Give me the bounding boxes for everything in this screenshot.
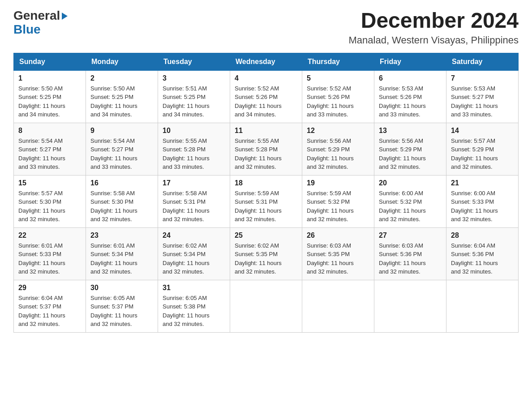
day-number: 1 xyxy=(18,74,81,82)
main-title: December 2024 xyxy=(349,9,519,33)
day-info: Sunrise: 6:02 AMSunset: 5:34 PMDaylight:… xyxy=(163,241,225,276)
table-row: 13Sunrise: 5:56 AMSunset: 5:29 PMDayligh… xyxy=(374,123,446,175)
day-number: 19 xyxy=(307,179,369,187)
day-info: Sunrise: 5:52 AMSunset: 5:26 PMDaylight:… xyxy=(235,84,297,119)
table-row: 2Sunrise: 5:50 AMSunset: 5:25 PMDaylight… xyxy=(86,70,158,123)
day-info: Sunrise: 6:05 AMSunset: 5:38 PMDaylight:… xyxy=(163,294,225,329)
day-info: Sunrise: 5:58 AMSunset: 5:30 PMDaylight:… xyxy=(90,189,153,224)
table-row: 12Sunrise: 5:56 AMSunset: 5:29 PMDayligh… xyxy=(302,123,374,175)
logo-general: General xyxy=(13,9,68,23)
calendar-week-row: 15Sunrise: 5:57 AMSunset: 5:30 PMDayligh… xyxy=(14,175,519,227)
day-number: 14 xyxy=(451,127,514,135)
calendar-header-row: Sunday Monday Tuesday Wednesday Thursday… xyxy=(14,53,519,70)
day-info: Sunrise: 6:05 AMSunset: 5:37 PMDaylight:… xyxy=(90,294,153,329)
calendar-week-row: 1Sunrise: 5:50 AMSunset: 5:25 PMDaylight… xyxy=(14,70,519,123)
day-number: 20 xyxy=(379,179,442,187)
day-info: Sunrise: 5:54 AMSunset: 5:27 PMDaylight:… xyxy=(18,137,81,171)
day-number: 16 xyxy=(90,179,153,187)
table-row xyxy=(230,280,302,332)
day-number: 8 xyxy=(18,127,81,135)
day-info: Sunrise: 6:00 AMSunset: 5:32 PMDaylight:… xyxy=(379,189,442,224)
table-row: 20Sunrise: 6:00 AMSunset: 5:32 PMDayligh… xyxy=(374,175,446,227)
day-number: 18 xyxy=(235,179,297,187)
table-row: 23Sunrise: 6:01 AMSunset: 5:34 PMDayligh… xyxy=(86,227,158,280)
calendar-table: Sunday Monday Tuesday Wednesday Thursday… xyxy=(13,53,519,333)
day-number: 9 xyxy=(90,127,153,135)
day-info: Sunrise: 5:50 AMSunset: 5:25 PMDaylight:… xyxy=(18,84,81,119)
header-saturday: Saturday xyxy=(446,53,519,70)
table-row: 22Sunrise: 6:01 AMSunset: 5:33 PMDayligh… xyxy=(14,227,86,280)
table-row: 6Sunrise: 5:53 AMSunset: 5:26 PMDaylight… xyxy=(374,70,446,123)
day-number: 13 xyxy=(379,127,442,135)
header-wednesday: Wednesday xyxy=(230,53,302,70)
table-row: 26Sunrise: 6:03 AMSunset: 5:35 PMDayligh… xyxy=(302,227,374,280)
day-number: 30 xyxy=(90,284,153,292)
table-row: 16Sunrise: 5:58 AMSunset: 5:30 PMDayligh… xyxy=(86,175,158,227)
table-row: 21Sunrise: 6:00 AMSunset: 5:33 PMDayligh… xyxy=(446,175,519,227)
table-row xyxy=(374,280,446,332)
table-row: 11Sunrise: 5:55 AMSunset: 5:28 PMDayligh… xyxy=(230,123,302,175)
table-row: 10Sunrise: 5:55 AMSunset: 5:28 PMDayligh… xyxy=(158,123,230,175)
day-info: Sunrise: 5:54 AMSunset: 5:27 PMDaylight:… xyxy=(90,137,153,171)
table-row: 19Sunrise: 5:59 AMSunset: 5:32 PMDayligh… xyxy=(302,175,374,227)
day-info: Sunrise: 5:57 AMSunset: 5:30 PMDaylight:… xyxy=(18,189,81,224)
day-info: Sunrise: 5:55 AMSunset: 5:28 PMDaylight:… xyxy=(235,137,297,171)
calendar-week-row: 29Sunrise: 6:04 AMSunset: 5:37 PMDayligh… xyxy=(14,280,519,332)
table-row: 17Sunrise: 5:58 AMSunset: 5:31 PMDayligh… xyxy=(158,175,230,227)
table-row: 3Sunrise: 5:51 AMSunset: 5:25 PMDaylight… xyxy=(158,70,230,123)
day-number: 6 xyxy=(379,74,442,82)
day-number: 4 xyxy=(235,74,297,82)
day-number: 23 xyxy=(90,231,153,240)
day-info: Sunrise: 5:53 AMSunset: 5:26 PMDaylight:… xyxy=(379,84,442,119)
day-number: 22 xyxy=(18,231,81,240)
table-row: 27Sunrise: 6:03 AMSunset: 5:36 PMDayligh… xyxy=(374,227,446,280)
day-info: Sunrise: 5:59 AMSunset: 5:32 PMDaylight:… xyxy=(307,189,369,224)
day-number: 31 xyxy=(163,284,225,292)
day-info: Sunrise: 6:04 AMSunset: 5:37 PMDaylight:… xyxy=(18,294,81,329)
day-info: Sunrise: 6:03 AMSunset: 5:36 PMDaylight:… xyxy=(379,241,442,276)
day-number: 7 xyxy=(451,74,514,82)
table-row xyxy=(446,280,519,332)
table-row: 1Sunrise: 5:50 AMSunset: 5:25 PMDaylight… xyxy=(14,70,86,123)
table-row: 15Sunrise: 5:57 AMSunset: 5:30 PMDayligh… xyxy=(14,175,86,227)
day-info: Sunrise: 6:01 AMSunset: 5:34 PMDaylight:… xyxy=(90,241,153,276)
table-row: 14Sunrise: 5:57 AMSunset: 5:29 PMDayligh… xyxy=(446,123,519,175)
day-info: Sunrise: 5:56 AMSunset: 5:29 PMDaylight:… xyxy=(307,137,369,171)
table-row: 5Sunrise: 5:52 AMSunset: 5:26 PMDaylight… xyxy=(302,70,374,123)
day-info: Sunrise: 6:00 AMSunset: 5:33 PMDaylight:… xyxy=(451,189,514,224)
header-friday: Friday xyxy=(374,53,446,70)
day-number: 28 xyxy=(451,231,514,240)
day-info: Sunrise: 5:52 AMSunset: 5:26 PMDaylight:… xyxy=(307,84,369,119)
day-number: 10 xyxy=(163,127,225,135)
day-info: Sunrise: 5:53 AMSunset: 5:27 PMDaylight:… xyxy=(451,84,514,119)
day-info: Sunrise: 6:01 AMSunset: 5:33 PMDaylight:… xyxy=(18,241,81,276)
day-info: Sunrise: 6:02 AMSunset: 5:35 PMDaylight:… xyxy=(235,241,297,276)
day-info: Sunrise: 5:58 AMSunset: 5:31 PMDaylight:… xyxy=(163,189,225,224)
day-number: 5 xyxy=(307,74,369,82)
table-row: 25Sunrise: 6:02 AMSunset: 5:35 PMDayligh… xyxy=(230,227,302,280)
table-row: 4Sunrise: 5:52 AMSunset: 5:26 PMDaylight… xyxy=(230,70,302,123)
logo-blue: Blue xyxy=(13,23,68,37)
subtitle: Manalad, Western Visayas, Philippines xyxy=(349,34,519,46)
day-number: 12 xyxy=(307,127,369,135)
day-info: Sunrise: 5:51 AMSunset: 5:25 PMDaylight:… xyxy=(163,84,225,119)
header-thursday: Thursday xyxy=(302,53,374,70)
day-number: 24 xyxy=(163,231,225,240)
table-row: 31Sunrise: 6:05 AMSunset: 5:38 PMDayligh… xyxy=(158,280,230,332)
day-number: 27 xyxy=(379,231,442,240)
day-info: Sunrise: 6:04 AMSunset: 5:36 PMDaylight:… xyxy=(451,241,514,276)
day-number: 29 xyxy=(18,284,81,292)
day-info: Sunrise: 5:50 AMSunset: 5:25 PMDaylight:… xyxy=(90,84,153,119)
logo: General Blue xyxy=(13,9,68,37)
table-row: 18Sunrise: 5:59 AMSunset: 5:31 PMDayligh… xyxy=(230,175,302,227)
day-info: Sunrise: 5:57 AMSunset: 5:29 PMDaylight:… xyxy=(451,137,514,171)
calendar-week-row: 8Sunrise: 5:54 AMSunset: 5:27 PMDaylight… xyxy=(14,123,519,175)
header-sunday: Sunday xyxy=(14,53,86,70)
day-number: 11 xyxy=(235,127,297,135)
day-number: 21 xyxy=(451,179,514,187)
day-number: 2 xyxy=(90,74,153,82)
table-row: 28Sunrise: 6:04 AMSunset: 5:36 PMDayligh… xyxy=(446,227,519,280)
page-header: General Blue December 2024 Manalad, West… xyxy=(13,9,519,46)
day-number: 26 xyxy=(307,231,369,240)
title-section: December 2024 Manalad, Western Visayas, … xyxy=(349,9,519,46)
